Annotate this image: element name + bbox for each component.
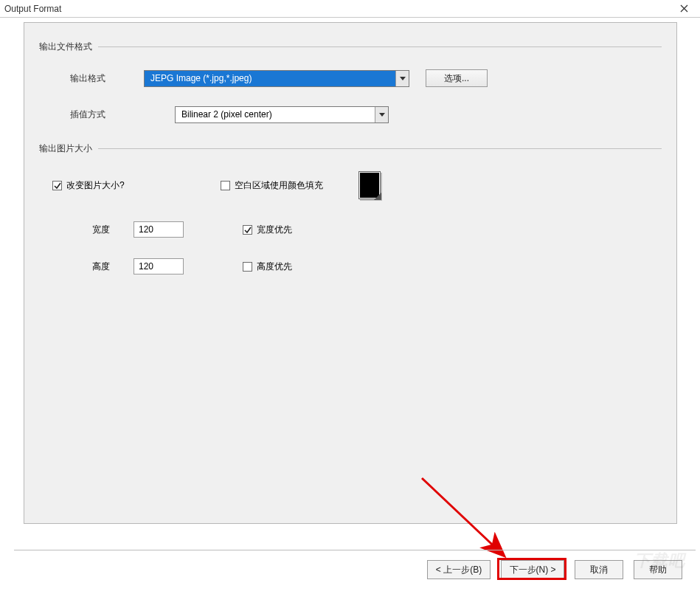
group-title-size: 输出图片大小 bbox=[39, 142, 92, 155]
label-height: 高度 bbox=[92, 260, 134, 273]
label-width: 宽度 bbox=[92, 224, 134, 236]
fill-color-swatch[interactable] bbox=[358, 171, 381, 199]
cancel-button[interactable]: 取消 bbox=[575, 560, 623, 579]
checkbox-width-priority[interactable]: 宽度优先 bbox=[243, 224, 292, 236]
checkbox-fill-color[interactable]: 空白区域使用颜色填充 bbox=[221, 179, 323, 192]
checkbox-resize-label: 改变图片大小? bbox=[66, 179, 125, 192]
back-button[interactable]: < 上一步(B) bbox=[427, 560, 491, 579]
combo-interpolation[interactable]: Bilinear 2 (pixel center) bbox=[175, 106, 389, 123]
group-header-size: 输出图片大小 bbox=[39, 142, 662, 155]
checkbox-width-priority-label: 宽度优先 bbox=[257, 224, 292, 236]
chevron-down-icon bbox=[395, 71, 409, 86]
group-output-format: 输出文件格式 输出格式 JEPG Image (*.jpg,*.jpeg) 选项… bbox=[39, 41, 662, 123]
label-interpolation: 插值方式 bbox=[70, 108, 144, 121]
content-panel: 输出文件格式 输出格式 JEPG Image (*.jpg,*.jpeg) 选项… bbox=[24, 22, 677, 524]
next-button[interactable]: 下一步(N) > bbox=[501, 560, 564, 579]
divider-line bbox=[98, 148, 662, 149]
title-bar: Output Format bbox=[0, 0, 700, 18]
combo-output-format[interactable]: JEPG Image (*.jpg,*.jpeg) bbox=[144, 70, 409, 87]
checkbox-fill-label: 空白区域使用颜色填充 bbox=[235, 179, 323, 192]
checkbox-icon bbox=[221, 181, 230, 190]
combo-interpolation-text: Bilinear 2 (pixel center) bbox=[176, 107, 375, 122]
wizard-button-row: < 上一步(B) 下一步(N) > 取消 帮助 bbox=[427, 560, 682, 579]
checkbox-icon bbox=[52, 181, 62, 190]
group-header-format: 输出文件格式 bbox=[39, 41, 662, 53]
close-button[interactable] bbox=[672, 1, 696, 17]
window-title: Output Format bbox=[4, 4, 672, 14]
options-button[interactable]: 选项... bbox=[426, 69, 488, 87]
checkbox-icon bbox=[243, 262, 252, 272]
close-icon bbox=[680, 4, 688, 13]
checkbox-height-priority-label: 高度优先 bbox=[257, 260, 292, 273]
row-interpolation: 插值方式 Bilinear 2 (pixel center) bbox=[70, 106, 662, 123]
row-output-format: 输出格式 JEPG Image (*.jpg,*.jpeg) 选项... bbox=[70, 69, 662, 87]
chevron-down-icon bbox=[375, 107, 388, 122]
label-output-format: 输出格式 bbox=[70, 72, 144, 85]
help-button[interactable]: 帮助 bbox=[634, 560, 682, 579]
combo-output-format-text: JEPG Image (*.jpg,*.jpeg) bbox=[145, 71, 395, 86]
group-output-size: 输出图片大小 改变图片大小? 空白区域使用颜色填充 宽度 bbox=[39, 142, 662, 274]
checkbox-icon bbox=[243, 225, 252, 235]
svg-marker-3 bbox=[379, 113, 385, 117]
input-width[interactable] bbox=[134, 221, 184, 238]
checkbox-height-priority[interactable]: 高度优先 bbox=[243, 260, 292, 273]
svg-marker-2 bbox=[400, 77, 406, 80]
input-height[interactable] bbox=[134, 258, 184, 274]
divider-line bbox=[98, 46, 662, 47]
divider-line bbox=[14, 550, 696, 550]
group-title-format: 输出文件格式 bbox=[39, 41, 92, 53]
checkbox-resize[interactable]: 改变图片大小? bbox=[52, 179, 125, 192]
